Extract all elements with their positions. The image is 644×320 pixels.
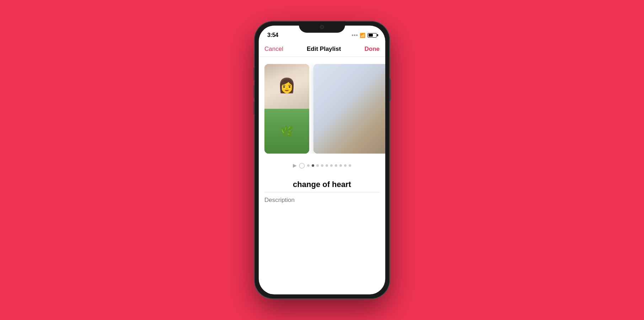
collage-top-photo — [264, 64, 309, 109]
cancel-button[interactable]: Cancel — [264, 46, 283, 53]
status-icons: 📶 — [352, 33, 377, 38]
battery-icon — [367, 33, 377, 38]
dot-1[interactable] — [307, 164, 310, 167]
carousel-dots: ▶︎ ◯ — [259, 159, 385, 171]
status-time: 3:54 — [267, 32, 278, 38]
description-input[interactable] — [264, 197, 380, 204]
notch — [299, 21, 345, 33]
collage-bottom-photo — [264, 109, 309, 154]
front-camera — [320, 25, 324, 29]
phone-frame: 3:54 📶 Cancel Edit Playlist Done — [254, 21, 390, 299]
wifi-icon: 📶 — [360, 33, 365, 38]
nature-photo — [264, 109, 309, 154]
dot-9[interactable] — [344, 164, 347, 167]
camera-icon[interactable]: ▶︎ — [293, 162, 297, 168]
girl-photo — [264, 64, 309, 109]
dot-2-active[interactable] — [312, 164, 314, 167]
playlist-name-input[interactable] — [264, 177, 380, 192]
nav-bar: Cancel Edit Playlist Done — [259, 41, 385, 57]
carousel-card-blur[interactable] — [313, 64, 385, 154]
dot-10[interactable] — [349, 164, 351, 167]
dot-5[interactable] — [326, 164, 328, 167]
dot-4[interactable] — [321, 164, 323, 167]
cover-art-carousel[interactable]: changeheart — [259, 57, 385, 159]
phone-screen: 3:54 📶 Cancel Edit Playlist Done — [259, 26, 385, 294]
dot-7[interactable] — [335, 164, 337, 167]
done-button[interactable]: Done — [364, 46, 380, 53]
dot-6[interactable] — [330, 164, 333, 167]
camera-add-icon: ◯ — [299, 162, 305, 169]
carousel-track: changeheart — [259, 64, 385, 154]
signal-icon — [352, 34, 358, 36]
dot-8[interactable] — [339, 164, 342, 167]
playlist-name-section — [259, 171, 385, 192]
dot-3[interactable] — [316, 164, 319, 167]
carousel-card-collage[interactable] — [264, 64, 309, 154]
description-section — [259, 192, 385, 208]
nav-title: Edit Playlist — [307, 46, 341, 53]
